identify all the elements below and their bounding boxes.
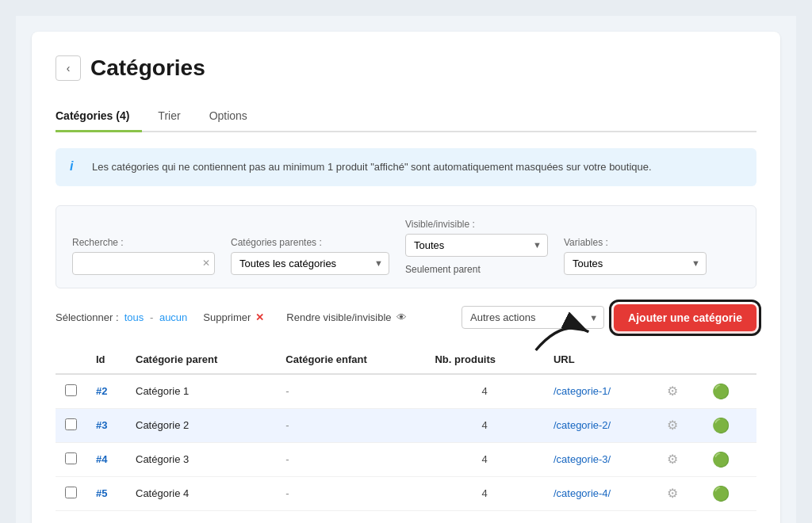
row-checkbox-5[interactable] — [65, 487, 77, 498]
aucun-link[interactable]: aucun — [159, 311, 187, 323]
col-categorie-enfant: Catégorie enfant — [276, 345, 425, 374]
row-url-3: /categorie-2/ — [544, 408, 657, 442]
visible-select[interactable]: Toutes — [405, 234, 548, 257]
seulement-parent-text: Seulement parent — [405, 264, 548, 275]
delete-x-icon: ✕ — [255, 311, 264, 323]
table-row: #2 Catégorie 1 - 4 /categorie-1/ ⚙ 🟢 — [56, 374, 756, 409]
row-category-name-4: Catégorie 3 — [126, 442, 276, 476]
categories-parentes-group: Catégories parentes : Toutes les catégor… — [231, 237, 389, 275]
eye-green-icon-3[interactable]: 🟢 — [712, 418, 730, 433]
eye-green-icon-2[interactable]: 🟢 — [712, 384, 730, 399]
row-category-name-5: Catégorie 4 — [126, 476, 276, 510]
row-parent-5: - — [276, 476, 425, 510]
id-link-2[interactable]: #2 — [96, 385, 107, 397]
selectionner-text: Sélectionner : tous - aucun — [56, 311, 187, 323]
id-link-3[interactable]: #3 — [96, 419, 107, 431]
row-eye-3: 🟢 — [703, 408, 756, 442]
info-text: Les catégories qui ne contiennent pas au… — [92, 159, 652, 175]
url-link-2[interactable]: /categorie-1/ — [553, 385, 611, 397]
id-link-4[interactable]: #4 — [96, 453, 107, 465]
variables-select[interactable]: Toutes — [564, 252, 707, 275]
row-eye-2: 🟢 — [703, 374, 756, 409]
filters-row: Recherche : ✕ Catégories parentes : Tout… — [72, 219, 740, 275]
row-nb-produits-3: 4 — [425, 408, 543, 442]
row-checkbox-cell — [56, 408, 86, 442]
tab-trier[interactable]: Trier — [158, 103, 193, 132]
tab-categories[interactable]: Catégories (4) — [56, 103, 142, 132]
row-checkbox-4[interactable] — [65, 452, 77, 464]
tous-link[interactable]: tous — [124, 311, 144, 323]
col-url: URL — [544, 345, 657, 374]
autres-actions-wrap: Autres actions ▼ Ajouter une catégorie — [462, 304, 756, 331]
row-parent-4: - — [276, 442, 425, 476]
row-checkbox-3[interactable] — [65, 418, 77, 430]
gear-icon-4[interactable]: ⚙ — [667, 452, 678, 466]
table-header-row: Id Catégorie parent Catégorie enfant Nb.… — [56, 345, 756, 374]
categories-parentes-select[interactable]: Toutes les catégories — [231, 252, 389, 275]
page-container: ‹ Catégories Catégories (4) Trier Option… — [16, 16, 796, 523]
url-link-5[interactable]: /categorie-4/ — [553, 487, 611, 499]
tab-options[interactable]: Options — [209, 103, 260, 132]
url-link-4[interactable]: /categorie-3/ — [553, 453, 611, 465]
table-row: #4 Catégorie 3 - 4 /categorie-3/ ⚙ 🟢 — [56, 442, 756, 476]
rendre-visible-label: Rendre visible/invisible — [286, 311, 391, 323]
url-link-3[interactable]: /categorie-2/ — [553, 419, 611, 431]
parent-dash-3: - — [285, 419, 289, 431]
row-eye-4: 🟢 — [703, 442, 756, 476]
eye-green-icon-4[interactable]: 🟢 — [712, 452, 730, 468]
search-filter-group: Recherche : ✕ — [72, 237, 215, 275]
row-eye-5: 🟢 — [703, 476, 756, 510]
row-id-3: #3 — [86, 408, 126, 442]
gear-icon-3[interactable]: ⚙ — [667, 418, 678, 432]
search-label: Recherche : — [72, 237, 215, 248]
row-category-name-3: Catégorie 2 — [126, 408, 276, 442]
autres-actions-select-wrap: Autres actions ▼ — [462, 306, 604, 329]
eye-icon: 👁 — [396, 311, 407, 323]
row-checkbox-2[interactable] — [65, 384, 77, 396]
table-row: #3 Catégorie 2 - 4 /categorie-2/ ⚙ 🟢 — [56, 408, 756, 442]
search-clear-icon[interactable]: ✕ — [202, 258, 210, 269]
rendre-visible-btn[interactable]: Rendre visible/invisible 👁 — [280, 308, 412, 326]
col-nb-produits: Nb. produits — [425, 345, 543, 374]
add-category-button[interactable]: Ajouter une catégorie — [614, 304, 756, 331]
row-nb-produits-2: 4 — [425, 374, 543, 409]
parent-dash-2: - — [285, 385, 289, 397]
gear-icon-5[interactable]: ⚙ — [667, 487, 678, 500]
info-icon: i — [70, 159, 82, 174]
id-link-5[interactable]: #5 — [96, 487, 107, 499]
filters-section: Recherche : ✕ Catégories parentes : Tout… — [56, 205, 756, 288]
categories-parentes-label: Catégories parentes : — [231, 237, 389, 248]
col-eye — [703, 345, 756, 374]
row-parent-3: - — [276, 408, 425, 442]
eye-green-icon-5[interactable]: 🟢 — [712, 486, 730, 502]
main-card: ‹ Catégories Catégories (4) Trier Option… — [32, 32, 780, 523]
row-url-2: /categorie-1/ — [544, 374, 657, 409]
autres-actions-select[interactable]: Autres actions — [462, 306, 604, 329]
visible-select-wrap: Toutes ▼ — [405, 234, 548, 257]
parent-dash-4: - — [285, 453, 289, 465]
row-gear-5: ⚙ — [657, 476, 702, 510]
separator: - — [150, 311, 153, 323]
row-category-name-2: Catégorie 1 — [126, 374, 276, 409]
gear-icon-2[interactable]: ⚙ — [667, 384, 678, 398]
visible-filter-group: Visible/invisible : Toutes ▼ Seulement p… — [405, 219, 548, 275]
variables-select-wrap: Toutes ▼ — [564, 252, 707, 275]
table-row: #5 Catégorie 4 - 4 /categorie-4/ ⚙ 🟢 — [56, 476, 756, 510]
col-id: Id — [86, 345, 126, 374]
search-input-wrap: ✕ — [72, 252, 215, 275]
supprimer-label: Supprimer — [203, 311, 251, 323]
back-button[interactable]: ‹ — [56, 55, 81, 81]
categories-table: Id Catégorie parent Catégorie enfant Nb.… — [56, 345, 756, 511]
variables-label: Variables : — [564, 237, 707, 248]
row-parent-2: - — [276, 374, 425, 409]
row-gear-3: ⚙ — [657, 408, 702, 442]
supprimer-btn[interactable]: Supprimer ✕ — [197, 308, 270, 326]
search-input[interactable] — [72, 252, 215, 275]
row-id-2: #2 — [86, 374, 126, 409]
parent-dash-5: - — [285, 487, 289, 499]
row-checkbox-cell — [56, 374, 86, 409]
col-categorie-parent: Catégorie parent — [126, 345, 276, 374]
variables-filter-group: Variables : Toutes ▼ — [564, 237, 707, 275]
actions-bar: Sélectionner : tous - aucun Supprimer ✕ … — [56, 304, 756, 331]
col-checkbox — [56, 345, 86, 374]
